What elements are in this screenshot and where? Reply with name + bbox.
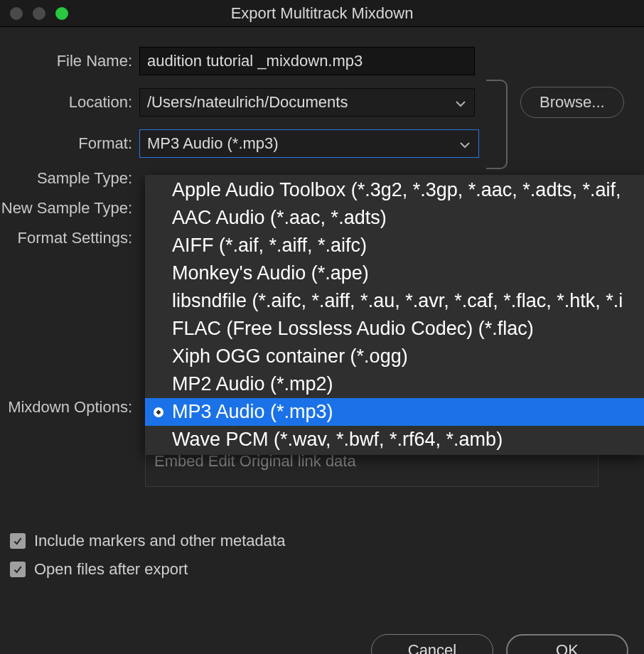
format-option[interactable]: Xiph OGG container (*.ogg) — [145, 343, 644, 370]
format-option-label: AIFF (*.aif, *.aiff, *.aifc) — [172, 235, 367, 257]
new-sample-type-label: New Sample Type: — [0, 199, 139, 218]
cancel-button[interactable]: Cancel — [371, 634, 493, 654]
format-option-label: MP3 Audio (*.mp3) — [172, 401, 333, 423]
file-name-input[interactable]: audition tutorial _mixdown.mp3 — [139, 47, 475, 75]
format-option-label: AAC Audio (*.aac, *.adts) — [172, 207, 387, 229]
format-option-label: MP2 Audio (*.mp2) — [172, 373, 333, 395]
include-markers-label: Include markers and other metadata — [34, 532, 285, 550]
format-option-label: Xiph OGG container (*.ogg) — [172, 345, 408, 368]
radio-selected-icon — [154, 407, 163, 417]
file-name-label: File Name: — [0, 52, 139, 70]
format-select[interactable]: MP3 Audio (*.mp3) — [139, 129, 479, 158]
chevron-down-icon — [454, 96, 467, 109]
format-dropdown-menu[interactable]: Apple Audio Toolbox (*.3g2, *.3gp, *.aac… — [145, 175, 644, 455]
chevron-down-icon — [458, 137, 471, 150]
title-bar: Export Multitrack Mixdown — [0, 0, 644, 27]
format-option[interactable]: Wave PCM (*.wav, *.bwf, *.rf64, *.amb) — [145, 426, 644, 454]
format-option[interactable]: AIFF (*.aif, *.aiff, *.aifc) — [145, 232, 644, 259]
mixdown-options-label: Mixdown Options: — [0, 398, 139, 417]
format-option[interactable]: MP2 Audio (*.mp2) — [145, 370, 644, 398]
file-name-value: audition tutorial _mixdown.mp3 — [147, 52, 363, 70]
format-option[interactable]: Apple Audio Toolbox (*.3g2, *.3gp, *.aac… — [145, 176, 644, 204]
ok-button[interactable]: OK — [506, 634, 628, 654]
format-settings-label: Format Settings: — [0, 229, 139, 247]
format-option-label: libsndfile (*.aifc, *.aiff, *.au, *.avr,… — [172, 290, 623, 312]
format-option[interactable]: Monkey's Audio (*.ape) — [145, 259, 644, 287]
open-after-export-label: Open files after export — [34, 560, 188, 579]
format-option[interactable]: libsndfile (*.aifc, *.aiff, *.au, *.avr,… — [145, 287, 644, 315]
format-option-label: Wave PCM (*.wav, *.bwf, *.rf64, *.amb) — [172, 429, 503, 451]
browse-button[interactable]: Browse... — [520, 87, 624, 118]
format-selected-value: MP3 Audio (*.mp3) — [147, 134, 279, 153]
format-option[interactable]: AAC Audio (*.aac, *.adts) — [145, 204, 644, 232]
format-option[interactable]: FLAC (Free Lossless Audio Codec) (*.flac… — [145, 315, 644, 343]
location-select[interactable]: /Users/nateulrich/Documents — [139, 88, 475, 117]
format-option[interactable]: MP3 Audio (*.mp3) — [145, 398, 644, 426]
checkmark-icon — [10, 533, 26, 549]
location-label: Location: — [0, 93, 139, 112]
format-option-label: Monkey's Audio (*.ape) — [172, 262, 369, 284]
format-label: Format: — [0, 134, 139, 153]
checkmark-icon — [10, 562, 26, 577]
format-option-label: FLAC (Free Lossless Audio Codec) (*.flac… — [172, 318, 534, 340]
open-after-export-checkbox[interactable]: Open files after export — [10, 560, 285, 579]
location-value: /Users/nateulrich/Documents — [147, 93, 348, 112]
include-markers-checkbox[interactable]: Include markers and other metadata — [10, 532, 285, 550]
window-title: Export Multitrack Mixdown — [0, 4, 644, 23]
sample-type-label: Sample Type: — [0, 169, 139, 188]
format-option-label: Apple Audio Toolbox (*.3g2, *.3gp, *.aac… — [172, 179, 621, 201]
